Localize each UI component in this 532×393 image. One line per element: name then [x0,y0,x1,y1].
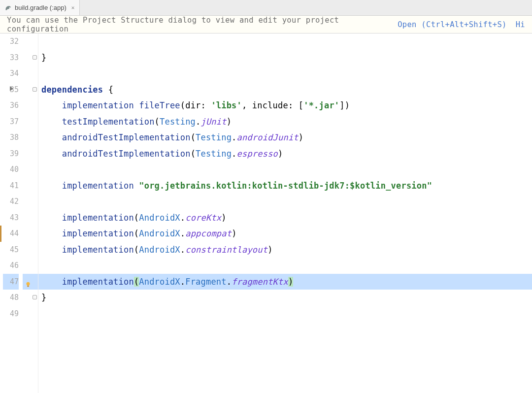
line-number: 33 [3,50,19,66]
line-number: 48 [3,290,19,306]
code-line[interactable]: } [38,50,532,66]
code-line[interactable]: implementation(AndroidX.coreKtx) [38,210,532,226]
code-line[interactable]: implementation(AndroidX.Fragment.fragmen… [38,274,532,290]
line-number: 38 [3,130,19,146]
code-line[interactable] [38,162,532,178]
code-line[interactable]: } [38,290,532,306]
code-line[interactable]: testImplementation(Testing.jUnit) [38,114,532,130]
code-line[interactable]: androidTestImplementation(Testing.androi… [38,130,532,146]
line-number: 49 [3,306,19,322]
line-number: 46 [3,258,19,274]
line-number: 43 [3,210,19,226]
code-line[interactable]: implementation "org.jetbrains.kotlin:kot… [38,178,532,194]
line-number: 32 [3,33,19,50]
fold-open-icon[interactable] [33,87,37,92]
run-gutter-icon[interactable] [10,86,13,91]
svg-rect-1 [27,285,29,287]
line-number: 42 [3,194,19,210]
line-number: 34 [3,66,19,82]
line-number: 37 [3,114,19,130]
gradle-icon [5,4,12,11]
code-line[interactable] [38,33,532,50]
code-line[interactable] [38,306,532,322]
code-area[interactable]: }dependencies { implementation fileTree(… [38,33,532,393]
file-tab[interactable]: build.gradle (:app) ✕ [0,0,80,15]
line-number: 41 [3,178,19,194]
notification-actions: Open (Ctrl+Alt+Shift+S) Hi [398,20,525,29]
hide-notification-link[interactable]: Hi [516,20,525,29]
open-project-structure-link[interactable]: Open (Ctrl+Alt+Shift+S) [398,20,507,29]
line-number: 39 [3,146,19,162]
svg-point-0 [27,282,30,285]
code-line[interactable]: implementation fileTree(dir: 'libs', inc… [38,98,532,114]
fold-gutter[interactable] [23,33,38,393]
code-editor[interactable]: 323334353637383940414243444546474849 }de… [0,33,532,393]
code-line[interactable] [38,194,532,210]
line-number: 44 [3,226,19,242]
notification-bar: You can use the Project Structure dialog… [0,16,532,33]
code-line[interactable]: dependencies { [38,82,532,98]
fold-close-icon[interactable] [33,295,37,299]
line-number: 36 [3,98,19,114]
tab-label: build.gradle (:app) [15,4,66,11]
code-line[interactable]: androidTestImplementation(Testing.espres… [38,146,532,162]
code-line[interactable] [38,258,532,274]
close-icon[interactable]: ✕ [69,4,75,11]
intention-bulb-icon[interactable] [25,278,32,285]
code-line[interactable]: implementation(AndroidX.constraintlayout… [38,242,532,258]
fold-close-icon[interactable] [33,55,37,60]
code-line[interactable] [38,66,532,82]
code-line[interactable]: implementation(AndroidX.appcompat) [38,226,532,242]
line-number: 47 [3,274,19,290]
line-number: 40 [3,162,19,178]
line-number: 45 [3,242,19,258]
notification-text: You can use the Project Structure dialog… [7,16,398,33]
tab-bar: build.gradle (:app) ✕ [0,0,532,16]
